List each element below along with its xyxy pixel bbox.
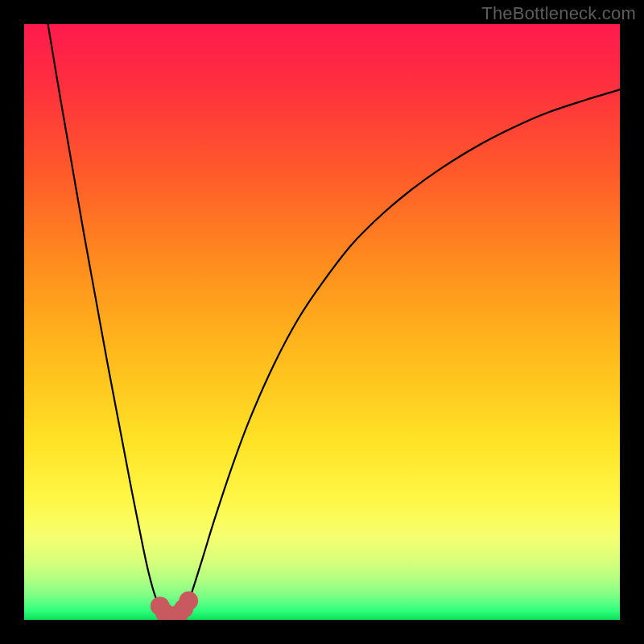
bottleneck-marker — [179, 591, 198, 610]
bottleneck-plot-svg — [24, 24, 620, 620]
watermark-text: TheBottleneck.com — [481, 3, 636, 24]
chart-container: TheBottleneck.com — [0, 0, 644, 644]
plot-frame — [24, 24, 620, 620]
gradient-background — [24, 24, 620, 620]
